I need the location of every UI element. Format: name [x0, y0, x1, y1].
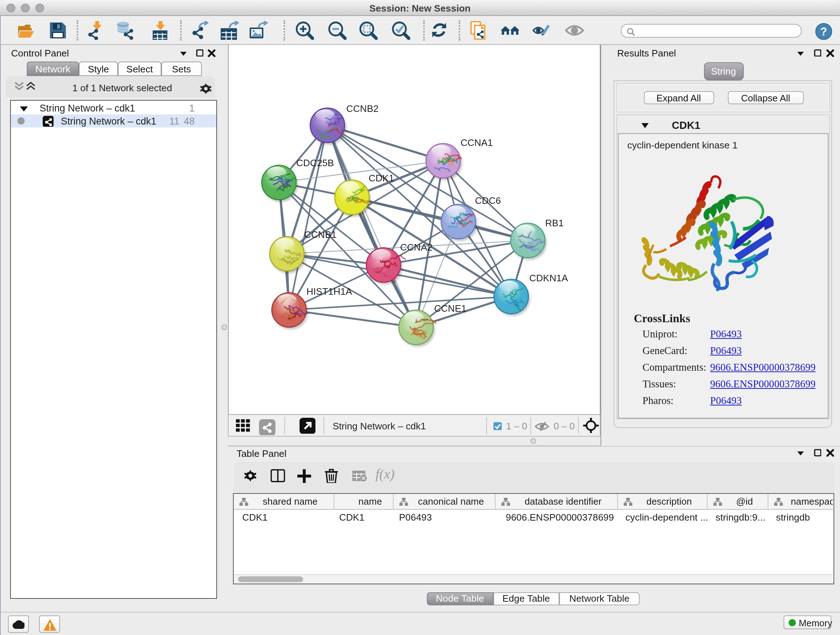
svg-text:CDK1: CDK1: [368, 173, 393, 184]
svg-text:CCNB1: CCNB1: [304, 229, 336, 240]
svg-text:RB1: RB1: [545, 218, 563, 228]
svg-text:?: ?: [821, 25, 827, 38]
svg-text:CCNA2: CCNA2: [400, 242, 432, 253]
svg-text:CCNB2: CCNB2: [346, 103, 378, 114]
svg-text:HIST1H1A: HIST1H1A: [306, 286, 352, 297]
svg-text:CDKN1A: CDKN1A: [529, 272, 568, 283]
svg-text:CDC25B: CDC25B: [296, 157, 333, 168]
svg-text:CDC6: CDC6: [475, 195, 501, 206]
svg-text:CCNE1: CCNE1: [434, 303, 466, 314]
svg-text:CCNA1: CCNA1: [460, 137, 493, 148]
